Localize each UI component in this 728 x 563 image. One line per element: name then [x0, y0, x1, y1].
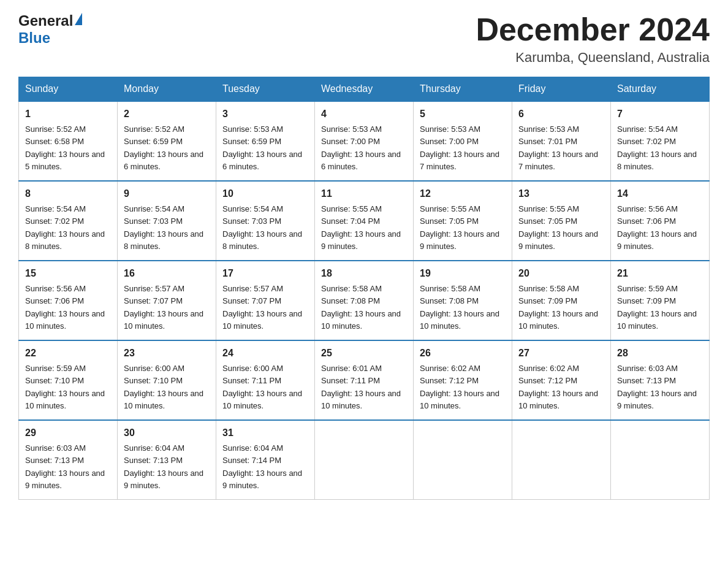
day-info: Sunrise: 5:53 AMSunset: 7:00 PMDaylight:…	[420, 124, 499, 171]
calendar-cell	[611, 420, 710, 500]
day-number: 12	[420, 186, 506, 201]
calendar-cell: 22 Sunrise: 5:59 AMSunset: 7:10 PMDaylig…	[19, 340, 118, 420]
week-row-5: 29 Sunrise: 6:03 AMSunset: 7:13 PMDaylig…	[19, 420, 710, 500]
day-info: Sunrise: 5:53 AMSunset: 7:01 PMDaylight:…	[518, 124, 598, 171]
calendar-cell: 30 Sunrise: 6:04 AMSunset: 7:13 PMDaylig…	[118, 420, 216, 500]
day-number: 11	[321, 186, 407, 201]
day-info: Sunrise: 6:03 AMSunset: 7:13 PMDaylight:…	[25, 443, 105, 490]
calendar-cell: 20 Sunrise: 5:58 AMSunset: 7:09 PMDaylig…	[512, 261, 611, 340]
calendar-cell: 29 Sunrise: 6:03 AMSunset: 7:13 PMDaylig…	[19, 420, 118, 500]
header-sunday: Sunday	[19, 77, 118, 102]
day-number: 18	[321, 266, 407, 281]
calendar-cell: 9 Sunrise: 5:54 AMSunset: 7:03 PMDayligh…	[118, 181, 216, 261]
day-info: Sunrise: 6:04 AMSunset: 7:13 PMDaylight:…	[124, 443, 203, 490]
page-header: General Blue December 2024 Karumba, Quee…	[18, 12, 710, 66]
calendar-cell: 4 Sunrise: 5:53 AMSunset: 7:00 PMDayligh…	[315, 101, 414, 181]
header-wednesday: Wednesday	[315, 77, 414, 102]
day-info: Sunrise: 6:03 AMSunset: 7:13 PMDaylight:…	[617, 364, 697, 410]
calendar-cell: 15 Sunrise: 5:56 AMSunset: 7:06 PMDaylig…	[19, 261, 118, 340]
calendar-cell: 10 Sunrise: 5:54 AMSunset: 7:03 PMDaylig…	[216, 181, 315, 261]
day-number: 8	[25, 186, 111, 201]
calendar-cell: 17 Sunrise: 5:57 AMSunset: 7:07 PMDaylig…	[216, 261, 315, 340]
calendar-cell	[512, 420, 611, 500]
calendar-cell: 23 Sunrise: 6:00 AMSunset: 7:10 PMDaylig…	[118, 340, 216, 420]
day-info: Sunrise: 5:58 AMSunset: 7:08 PMDaylight:…	[321, 284, 401, 331]
calendar-table: Sunday Monday Tuesday Wednesday Thursday…	[18, 77, 710, 500]
day-info: Sunrise: 5:53 AMSunset: 6:59 PMDaylight:…	[222, 124, 302, 171]
calendar-cell	[414, 420, 512, 500]
logo-general-text: General	[18, 12, 73, 29]
calendar-cell: 21 Sunrise: 5:59 AMSunset: 7:09 PMDaylig…	[611, 261, 710, 340]
day-info: Sunrise: 5:58 AMSunset: 7:08 PMDaylight:…	[420, 284, 499, 331]
logo-triangle-icon	[75, 13, 82, 25]
calendar-cell: 19 Sunrise: 5:58 AMSunset: 7:08 PMDaylig…	[414, 261, 512, 340]
calendar-cell: 11 Sunrise: 5:55 AMSunset: 7:04 PMDaylig…	[315, 181, 414, 261]
calendar-cell: 3 Sunrise: 5:53 AMSunset: 6:59 PMDayligh…	[216, 101, 315, 181]
day-info: Sunrise: 5:57 AMSunset: 7:07 PMDaylight:…	[124, 284, 203, 331]
day-info: Sunrise: 5:55 AMSunset: 7:04 PMDaylight:…	[321, 204, 401, 251]
calendar-cell: 27 Sunrise: 6:02 AMSunset: 7:12 PMDaylig…	[512, 340, 611, 420]
day-info: Sunrise: 6:00 AMSunset: 7:11 PMDaylight:…	[222, 364, 302, 410]
day-number: 30	[124, 426, 210, 440]
logo-blue-text: Blue	[18, 29, 50, 46]
day-number: 16	[124, 266, 210, 281]
day-info: Sunrise: 6:04 AMSunset: 7:14 PMDaylight:…	[222, 443, 302, 490]
day-number: 5	[420, 107, 506, 121]
calendar-cell: 25 Sunrise: 6:01 AMSunset: 7:11 PMDaylig…	[315, 340, 414, 420]
day-number: 10	[222, 186, 308, 201]
day-number: 23	[124, 346, 210, 361]
day-number: 6	[518, 107, 604, 121]
day-info: Sunrise: 5:54 AMSunset: 7:03 PMDaylight:…	[222, 204, 302, 251]
header-monday: Monday	[118, 77, 216, 102]
calendar-cell: 31 Sunrise: 6:04 AMSunset: 7:14 PMDaylig…	[216, 420, 315, 500]
day-info: Sunrise: 6:02 AMSunset: 7:12 PMDaylight:…	[420, 364, 499, 410]
day-info: Sunrise: 5:56 AMSunset: 7:06 PMDaylight:…	[617, 204, 697, 251]
day-number: 26	[420, 346, 506, 361]
day-info: Sunrise: 5:52 AMSunset: 6:58 PMDaylight:…	[25, 124, 105, 171]
day-number: 19	[420, 266, 506, 281]
calendar-cell: 12 Sunrise: 5:55 AMSunset: 7:05 PMDaylig…	[414, 181, 512, 261]
day-number: 15	[25, 266, 111, 281]
day-info: Sunrise: 6:00 AMSunset: 7:10 PMDaylight:…	[124, 364, 203, 410]
calendar-cell: 24 Sunrise: 6:00 AMSunset: 7:11 PMDaylig…	[216, 340, 315, 420]
header-tuesday: Tuesday	[216, 77, 315, 102]
day-info: Sunrise: 5:57 AMSunset: 7:07 PMDaylight:…	[222, 284, 302, 331]
header-thursday: Thursday	[414, 77, 512, 102]
day-info: Sunrise: 5:55 AMSunset: 7:05 PMDaylight:…	[420, 204, 499, 251]
day-number: 28	[617, 346, 703, 361]
day-info: Sunrise: 5:59 AMSunset: 7:10 PMDaylight:…	[25, 364, 105, 410]
day-info: Sunrise: 5:54 AMSunset: 7:02 PMDaylight:…	[25, 204, 105, 251]
day-info: Sunrise: 5:52 AMSunset: 6:59 PMDaylight:…	[124, 124, 203, 171]
day-number: 2	[124, 107, 210, 121]
calendar-cell: 5 Sunrise: 5:53 AMSunset: 7:00 PMDayligh…	[414, 101, 512, 181]
day-number: 22	[25, 346, 111, 361]
header-friday: Friday	[512, 77, 611, 102]
day-info: Sunrise: 5:55 AMSunset: 7:05 PMDaylight:…	[518, 204, 598, 251]
day-number: 1	[25, 107, 111, 121]
calendar-cell	[315, 420, 414, 500]
day-number: 27	[518, 346, 604, 361]
calendar-cell: 13 Sunrise: 5:55 AMSunset: 7:05 PMDaylig…	[512, 181, 611, 261]
calendar-cell: 7 Sunrise: 5:54 AMSunset: 7:02 PMDayligh…	[611, 101, 710, 181]
calendar-cell: 6 Sunrise: 5:53 AMSunset: 7:01 PMDayligh…	[512, 101, 611, 181]
day-number: 21	[617, 266, 703, 281]
header-saturday: Saturday	[611, 77, 710, 102]
logo: General Blue	[18, 12, 82, 47]
calendar-cell: 1 Sunrise: 5:52 AMSunset: 6:58 PMDayligh…	[19, 101, 118, 181]
calendar-cell: 2 Sunrise: 5:52 AMSunset: 6:59 PMDayligh…	[118, 101, 216, 181]
day-info: Sunrise: 5:58 AMSunset: 7:09 PMDaylight:…	[518, 284, 598, 331]
calendar-cell: 28 Sunrise: 6:03 AMSunset: 7:13 PMDaylig…	[611, 340, 710, 420]
day-number: 17	[222, 266, 308, 281]
day-number: 3	[222, 107, 308, 121]
week-row-2: 8 Sunrise: 5:54 AMSunset: 7:02 PMDayligh…	[19, 181, 710, 261]
day-info: Sunrise: 6:01 AMSunset: 7:11 PMDaylight:…	[321, 364, 401, 410]
day-info: Sunrise: 5:59 AMSunset: 7:09 PMDaylight:…	[617, 284, 697, 331]
calendar-cell: 8 Sunrise: 5:54 AMSunset: 7:02 PMDayligh…	[19, 181, 118, 261]
day-info: Sunrise: 5:54 AMSunset: 7:02 PMDaylight:…	[617, 124, 697, 171]
calendar-cell: 16 Sunrise: 5:57 AMSunset: 7:07 PMDaylig…	[118, 261, 216, 340]
day-number: 25	[321, 346, 407, 361]
calendar-subtitle: Karumba, Queensland, Australia	[476, 50, 710, 66]
calendar-cell: 26 Sunrise: 6:02 AMSunset: 7:12 PMDaylig…	[414, 340, 512, 420]
day-number: 14	[617, 186, 703, 201]
day-number: 9	[124, 186, 210, 201]
